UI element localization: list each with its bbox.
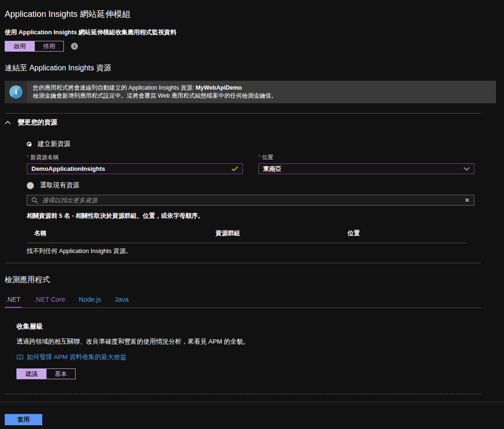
required-asterisk: * <box>258 154 261 161</box>
recommended-button[interactable]: 建議 <box>17 369 46 379</box>
banner-line1: 您的應用程式將會連線到自動建立的 Application Insights 資源… <box>33 84 196 91</box>
new-resource-name-label: 新資源名稱 <box>31 154 59 161</box>
create-new-resource-label: 建立新資源 <box>38 140 70 148</box>
book-icon <box>16 354 23 360</box>
dashed-divider <box>5 394 481 394</box>
location-label-row: *位置 <box>258 153 474 161</box>
change-resource-heading: 變更您的資源 <box>18 118 57 127</box>
select-existing-resource-label: 選取現有資源 <box>40 181 79 190</box>
info-banner-text: 您的應用程式將會連線到自動建立的 Application Insights 資源… <box>27 81 496 103</box>
page-title: Application Insights 網站延伸模組 <box>5 8 496 20</box>
extension-toggle-row: 啟用 停用 i <box>5 41 496 52</box>
info-circle-icon: i <box>9 85 23 99</box>
table-divider <box>27 243 466 243</box>
radio-unselected-icon <box>27 182 34 189</box>
extension-toggle-group: 啟用 停用 <box>5 41 64 52</box>
column-header-name: 名稱 <box>27 229 216 237</box>
tab-dotnet-core[interactable]: .NET Core <box>33 296 66 307</box>
info-banner: i 您的應用程式將會連線到自動建立的 Application Insights … <box>5 81 496 103</box>
radio-selected-icon <box>27 142 31 146</box>
create-new-resource-radio[interactable]: 建立新資源 <box>27 140 70 148</box>
page-subtitle: 使用 Application Insights 網站延伸模組收集應用程式監視資料 <box>5 28 496 37</box>
valid-check-icon <box>232 166 238 171</box>
settings-pane: Application Insights 網站延伸模組 使用 Applicati… <box>0 0 504 402</box>
dotnet-tab-content: 收集層級 透過跨領域的相互關聯、改良準確度和豐富的使用情況分析，來看見 APM … <box>16 322 496 402</box>
search-icon <box>31 197 38 204</box>
new-resource-name-field: *新資源名稱 DemoApplicationInsights <box>27 153 243 174</box>
banner-resource-name: MyWebApiDemo <box>196 84 242 91</box>
select-existing-resource-radio[interactable]: 選取現有資源 <box>27 181 79 190</box>
command-footer: 套用 <box>0 402 504 429</box>
clear-search-icon[interactable]: ✕ <box>465 197 470 203</box>
disable-button[interactable]: 停用 <box>34 41 63 51</box>
chevron-down-icon <box>464 167 470 171</box>
new-resource-name-input[interactable]: DemoApplicationInsights <box>27 163 243 174</box>
location-dropdown[interactable]: 東南亞 <box>258 163 474 174</box>
collection-level-toggle-group: 建議 基本 <box>16 368 76 379</box>
search-placeholder: 搜尋以找出更多資源 <box>42 196 460 205</box>
column-header-resource-group: 資源群組 <box>216 229 348 237</box>
new-resource-name-label-row: *新資源名稱 <box>27 153 243 161</box>
empty-table-message: 找不到任何 Application Insights 資源。 <box>27 247 496 255</box>
banner-line2: 檢測金鑰會新增到應用程式設定中。這將會覆寫 Web 應用程式組態檔案中的任何檢測… <box>33 92 490 100</box>
enable-button[interactable]: 啟用 <box>5 41 34 51</box>
related-resources-note: 相關資源前 5 名 - 相關性取決於資源群組、位置，或依字母順序。 <box>27 212 496 220</box>
instrument-section-heading: 檢測應用程式 <box>5 275 496 285</box>
tab-java[interactable]: Java <box>114 296 130 307</box>
divider <box>5 113 481 114</box>
link-section-heading: 連結至 Application Insights 資源 <box>5 63 496 73</box>
divider <box>5 263 481 263</box>
collection-level-description: 透過跨領域的相互關聯、改良準確度和豐富的使用情況分析，來看見 APM 的全貌。 <box>16 337 496 346</box>
column-header-location: 位置 <box>348 229 496 237</box>
change-resource-expander[interactable]: 變更您的資源 <box>5 118 57 127</box>
location-label: 位置 <box>262 154 273 161</box>
resource-search-input[interactable]: 搜尋以找出更多資源 ✕ <box>27 195 474 206</box>
required-asterisk: * <box>27 154 29 161</box>
new-resource-fields: *新資源名稱 DemoApplicationInsights *位置 東南亞 <box>27 153 496 174</box>
tab-dotnet[interactable]: .NET <box>5 296 22 308</box>
info-icon[interactable]: i <box>71 43 78 50</box>
tab-nodejs[interactable]: Node.js <box>78 296 102 307</box>
new-resource-name-value: DemoApplicationInsights <box>31 165 232 172</box>
apply-button[interactable]: 套用 <box>5 414 42 425</box>
resource-table-header: 名稱 資源群組 位置 <box>27 229 496 237</box>
change-resource-form: 建立新資源 *新資源名稱 DemoApplicationInsights *位置 <box>27 140 496 255</box>
location-value: 東南亞 <box>263 165 464 173</box>
apm-help-link-label: 如何發揮 APM 資料收集的最大效益 <box>27 353 126 361</box>
basic-button[interactable]: 基本 <box>46 369 75 379</box>
collection-level-heading: 收集層級 <box>16 322 496 331</box>
runtime-tabs: .NET .NET Core Node.js Java <box>5 296 481 308</box>
apm-help-link[interactable]: 如何發揮 APM 資料收集的最大效益 <box>16 353 126 361</box>
location-field: *位置 東南亞 <box>258 153 474 174</box>
info-banner-icon-cell: i <box>5 81 27 103</box>
chevron-up-icon <box>5 121 11 124</box>
